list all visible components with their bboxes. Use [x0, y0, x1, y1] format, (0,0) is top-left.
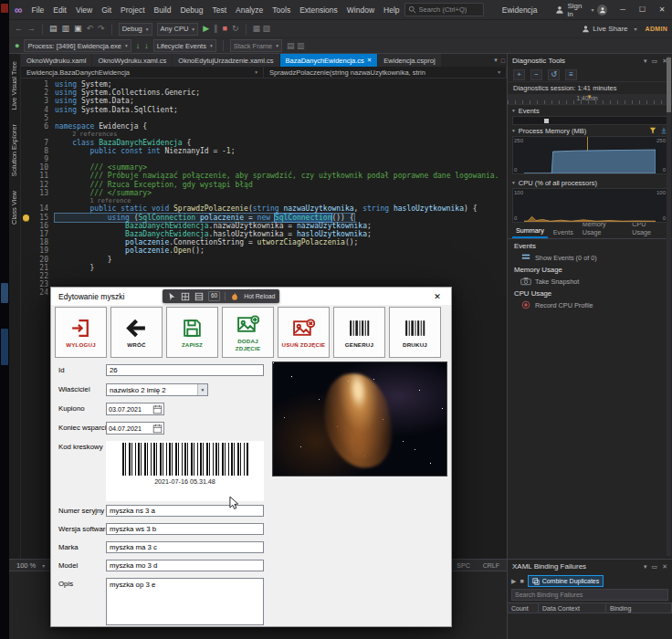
menu-item-debug[interactable]: Debug: [175, 5, 207, 15]
summary-item-record-cpu-profile[interactable]: Record CPU Profile: [508, 299, 672, 310]
lightbulb-icon[interactable]: [21, 214, 30, 222]
button-usun-zdjecie[interactable]: USUŃ ZDJĘCIE: [278, 307, 330, 358]
pin-icon[interactable]: ▭: [652, 58, 658, 65]
diagnostics-tab-summary[interactable]: Summary: [512, 225, 548, 238]
close-icon[interactable]: ✕: [367, 57, 372, 64]
memory-chart-box[interactable]: 250 0 250 0: [512, 136, 667, 174]
side-tab-live-visual-tree[interactable]: Live Visual Tree: [9, 54, 19, 117]
summary-item-take-snapshot[interactable]: Take Snapshot: [508, 276, 672, 287]
events-section-header[interactable]: ▾ Events: [508, 105, 672, 116]
vs-logo-icon[interactable]: ∞: [15, 4, 23, 16]
input-numer-seryjny[interactable]: myszka ns 3 a: [106, 505, 264, 517]
button-wyloguj[interactable]: WYLOGUJ: [55, 307, 107, 358]
menu-item-analyze[interactable]: Analyze: [231, 5, 268, 15]
editor-tab-oknowydruku-xaml-cs[interactable]: OknoWydruku.xaml.cs: [92, 54, 173, 67]
nav-back-icon[interactable]: ←: [15, 25, 23, 33]
menu-item-view[interactable]: View: [71, 5, 97, 15]
step-icons[interactable]: ▦ ▧: [253, 25, 271, 33]
cpu-chart-box[interactable]: 100 0 100 0: [512, 188, 667, 223]
configuration-dropdown[interactable]: Debug: [119, 23, 152, 36]
step-down-icon[interactable]: ↓: [144, 42, 149, 50]
eol-indicator[interactable]: CRLF: [483, 562, 499, 569]
avatar[interactable]: [597, 5, 607, 16]
input-model[interactable]: myszka mo 3 d: [106, 560, 264, 571]
editor-tab-oknoedytujurzadzenie-xaml-cs[interactable]: OknoEdytujUrzadzenie.xaml.cs: [173, 54, 279, 67]
panel-scrollbar[interactable]: [667, 56, 671, 556]
calendar-icon[interactable]: [152, 423, 163, 434]
cpu-section-header[interactable]: ▾ CPU (% of all processors): [508, 177, 672, 188]
memory-section-header[interactable]: ▾ Process Memory (MB): [508, 125, 672, 136]
restart-button[interactable]: ↻: [232, 25, 239, 33]
stack-frame-dropdown[interactable]: Stack Frame: [230, 39, 282, 52]
maximize-button[interactable]: ☐: [633, 0, 653, 20]
chevron-down-icon[interactable]: ▾: [644, 58, 647, 65]
code-area[interactable]: 1using System;2using System.Collections.…: [21, 79, 507, 298]
textarea-opis[interactable]: myszka op 3 e: [106, 578, 264, 625]
menu-item-project[interactable]: Project: [116, 5, 149, 15]
thread-icons[interactable]: ▤ ▥: [287, 42, 305, 50]
event-marker[interactable]: [544, 119, 549, 123]
settings-icon[interactable]: ≡: [565, 69, 577, 80]
new-file-icon[interactable]: ▤: [49, 25, 58, 33]
menu-item-help[interactable]: Help: [379, 5, 404, 15]
minimize-button[interactable]: ─: [613, 0, 633, 20]
pin-icon[interactable]: ▭: [652, 563, 658, 571]
button-generuj[interactable]: GENERUJ: [333, 307, 385, 358]
zoom-out-icon[interactable]: −: [530, 69, 542, 80]
menu-item-window[interactable]: Window: [342, 5, 379, 15]
side-tab-solution-explorer[interactable]: Solution Explorer: [9, 117, 19, 183]
dialog-title-bar[interactable]: Edytowanie myszki 60 Hot Reload ✕: [51, 288, 451, 305]
editor-tab-ewidencja-csproj[interactable]: Ewidencja.csproj: [378, 54, 441, 67]
sign-in-button[interactable]: Sign in: [567, 2, 587, 18]
platform-dropdown[interactable]: Any CPU: [157, 23, 199, 36]
funnel-icon[interactable]: [649, 127, 656, 134]
clear-icon[interactable]: ▶: [511, 578, 516, 585]
input-id[interactable]: 26: [106, 364, 264, 376]
menu-item-file[interactable]: File: [27, 5, 49, 15]
editor-tab-oknowydruku-xaml[interactable]: OknoWydruku.xaml: [21, 54, 92, 67]
delete-icon[interactable]: ■: [520, 578, 523, 584]
menu-item-build[interactable]: Build: [150, 5, 176, 15]
codelens-annotation[interactable]: 2 references: [21, 131, 507, 139]
grid-lines-icon[interactable]: [194, 292, 204, 301]
menu-item-test[interactable]: Test: [208, 5, 232, 15]
dialog-close-button[interactable]: ✕: [424, 288, 451, 305]
button-wroc[interactable]: WRÓĆ: [110, 307, 163, 358]
codelens-annotation[interactable]: 1 reference: [21, 197, 507, 205]
breadcrumb-member[interactable]: SprawdzPolaczenie(string nazwaUzytkownik…: [264, 67, 507, 78]
events-track[interactable]: [512, 116, 667, 125]
scrollbar-thumb[interactable]: [667, 58, 671, 112]
undo-icon[interactable]: ↶: [87, 25, 94, 33]
pause-button[interactable]: ∥: [214, 25, 218, 33]
layout-adorners-icon[interactable]: [181, 292, 190, 301]
menu-item-git[interactable]: Git: [97, 5, 116, 15]
chevron-down-icon[interactable]: ▾: [494, 57, 498, 64]
select-wlasciciel[interactable]: nazwisko 2 imię 2▾: [106, 383, 208, 396]
input-marka[interactable]: myszka ma 3 c: [106, 541, 264, 553]
datepicker-koniec-wsparcia[interactable]: 04.07.2021: [106, 422, 164, 435]
chevron-down-icon[interactable]: ▾: [591, 6, 593, 13]
menu-item-edit[interactable]: Edit: [48, 5, 71, 15]
column-header-data-context[interactable]: Data Context: [539, 603, 606, 613]
taskbar-app-icon[interactable]: [1, 4, 8, 13]
nav-forward-icon[interactable]: →: [27, 25, 36, 33]
redo-icon[interactable]: ↷: [98, 25, 105, 33]
menu-item-tools[interactable]: Tools: [268, 5, 295, 15]
zoom-in-icon[interactable]: +: [513, 69, 525, 80]
live-share-button[interactable]: Live Share ▾: [582, 25, 640, 33]
continue-button[interactable]: ▶: [203, 25, 209, 33]
process-dropdown[interactable]: Process: [3496] Ewidencja.exe: [24, 39, 131, 52]
column-header-binding[interactable]: Binding: [606, 603, 672, 613]
zoom-control[interactable]: 100 % ▾: [16, 561, 48, 570]
datepicker-kupiono[interactable]: 03.07.2021: [106, 403, 164, 415]
taskbar-app-icon[interactable]: [1, 283, 8, 303]
window-list-icon[interactable]: □: [501, 58, 505, 64]
column-header-count[interactable]: Count: [508, 603, 539, 613]
timeline-ruler[interactable]: 1:40min ▼: [508, 94, 672, 105]
diagnostics-tab-events[interactable]: Events: [550, 226, 577, 238]
summary-item-show-events-0-of-0[interactable]: Show Events (0 of 0): [508, 252, 672, 263]
diagnostics-header[interactable]: Diagnostic Tools ▾ ▭ ✕: [508, 54, 672, 68]
binding-failures-header[interactable]: XAML Binding Failures ▾ ▭ ✕: [508, 560, 672, 573]
side-tab-class-view[interactable]: Class View: [9, 183, 19, 232]
chevron-down-icon[interactable]: ▾: [644, 563, 647, 571]
